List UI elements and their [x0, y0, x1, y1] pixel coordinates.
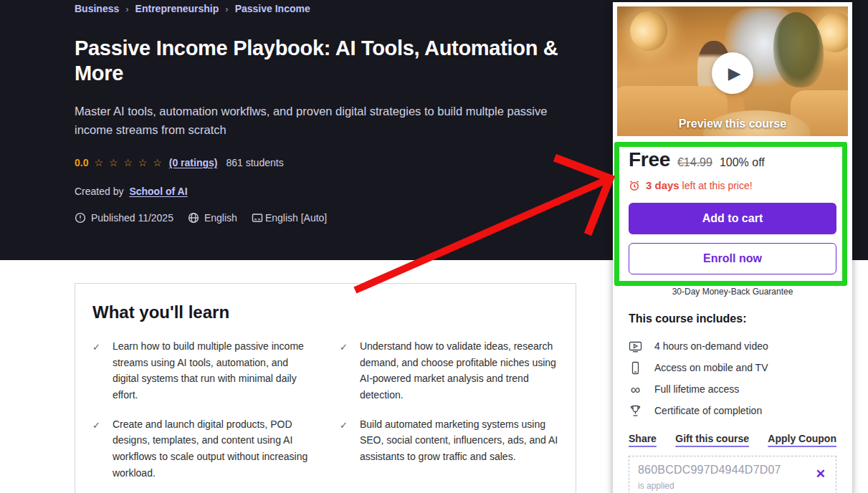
learn-item: ✓ Learn how to build multiple passive in… — [92, 338, 311, 403]
course-includes-section: This course includes: 4 hours on-demand … — [613, 312, 852, 421]
learn-item-text: Create and launch digital products, POD … — [113, 416, 311, 482]
original-price: €14.99 — [677, 156, 712, 169]
learn-item-text: Learn how to build multiple passive inco… — [113, 338, 311, 403]
learn-heading: What you'll learn — [92, 302, 558, 322]
include-item: 4 hours on-demand video — [629, 335, 836, 357]
mobile-icon — [629, 361, 642, 375]
infinity-icon: ∞ — [629, 383, 642, 396]
star-rating-icon: ☆ ☆ ☆ ☆ ☆ — [94, 157, 163, 168]
gift-course-link[interactable]: Gift this course — [675, 433, 749, 444]
course-meta-row: Published 11/2025 English English [Auto] — [75, 212, 327, 224]
include-item-label: 4 hours on-demand video — [654, 340, 768, 352]
checkmark-icon: ✓ — [92, 338, 100, 403]
play-icon: ▶ — [728, 65, 741, 82]
what-youll-learn-panel: What you'll learn ✓ Learn how to build m… — [75, 283, 576, 493]
learn-item-text: Build automated marketing systems using … — [360, 416, 558, 482]
include-item-label: Full lifetime access — [654, 383, 739, 395]
sidebar-links-row: Share Gift this course Apply Coupon — [613, 433, 852, 444]
play-button[interactable]: ▶ — [712, 52, 753, 94]
breadcrumb: Business › Entrepreneurship › Passive In… — [75, 3, 310, 14]
remove-coupon-button[interactable]: ✕ — [814, 464, 827, 484]
urgency-text: 3 days left at this price! — [646, 179, 753, 191]
applied-coupon-box: 860BCDC997D4944D7D07 is applied Instruct… — [629, 456, 836, 493]
closed-captions-icon — [252, 212, 263, 224]
checkmark-icon: ✓ — [340, 338, 348, 403]
share-link[interactable]: Share — [629, 433, 657, 444]
includes-heading: This course includes: — [629, 312, 836, 325]
plant-graphic — [773, 12, 824, 87]
include-item: Access on mobile and TV — [629, 357, 836, 378]
purchase-sidebar-card: ▶ Preview this course Free €14.99 100% o… — [613, 2, 852, 493]
include-item-label: Certificate of completion — [654, 405, 762, 416]
coupon-details: 860BCDC997D4944D7D07 is applied Instruct… — [638, 464, 814, 493]
published-date: Published 11/2025 — [91, 212, 173, 224]
breadcrumb-link-passive-income[interactable]: Passive Income — [235, 3, 310, 14]
info-circle-icon — [75, 212, 86, 224]
alarm-clock-icon — [629, 180, 640, 191]
language-label: English — [204, 212, 237, 224]
students-count: 861 students — [226, 157, 283, 168]
checkmark-icon: ✓ — [340, 416, 348, 482]
course-preview-video[interactable]: ▶ Preview this course — [617, 6, 848, 136]
urgency-row: 3 days left at this price! — [629, 179, 836, 191]
course-title: Passive Income Playbook: AI Tools, Autom… — [75, 36, 583, 87]
current-price: Free — [629, 148, 670, 171]
learn-grid: ✓ Learn how to build multiple passive in… — [92, 338, 558, 493]
preview-course-label: Preview this course — [617, 118, 848, 130]
enroll-now-button[interactable]: Enroll now — [629, 243, 836, 274]
learn-item: ✓ Create and launch digital products, PO… — [92, 416, 311, 482]
ratings-count-link[interactable]: (0 ratings) — [169, 157, 218, 168]
created-by-label: Created by — [75, 186, 123, 197]
decorative-light — [630, 11, 667, 51]
rating-value: 0.0 — [75, 157, 88, 168]
breadcrumb-link-business[interactable]: Business — [75, 3, 119, 14]
chevron-right-icon: › — [125, 4, 128, 14]
captions-meta: English [Auto] — [252, 212, 327, 224]
globe-icon — [188, 212, 199, 224]
chevron-right-icon: › — [225, 4, 228, 14]
created-by-row: Created by School of AI — [75, 186, 188, 197]
rating-row: 0.0 ☆ ☆ ☆ ☆ ☆ (0 ratings) 861 students — [75, 157, 284, 168]
captions-label: English [Auto] — [265, 212, 327, 224]
learn-item: ✓ Understand how to validate ideas, rese… — [340, 338, 558, 403]
coupon-status: is applied — [638, 481, 674, 491]
breadcrumb-link-entrepreneurship[interactable]: Entrepreneurship — [135, 3, 219, 14]
money-back-guarantee: 30-Day Money-Back Guarantee — [613, 287, 852, 297]
include-item: ∞ Full lifetime access — [629, 378, 836, 400]
price-section: Free €14.99 100% off 3 days left at this… — [613, 136, 852, 191]
discount-percent: 100% off — [720, 156, 765, 169]
learn-item: ✓ Build automated marketing systems usin… — [340, 416, 558, 482]
course-subtitle: Master AI tools, automation workflws, an… — [75, 102, 549, 140]
include-item: Certificate of completion — [629, 400, 836, 421]
learn-item-text: Understand how to validate ideas, resear… — [360, 338, 558, 403]
checkmark-icon: ✓ — [92, 416, 100, 482]
include-item-label: Access on mobile and TV — [654, 362, 768, 373]
language-meta: English — [188, 212, 237, 224]
ondemand-video-icon — [629, 340, 642, 353]
add-to-cart-button[interactable]: Add to cart — [629, 203, 836, 234]
published-meta: Published 11/2025 — [75, 212, 173, 224]
coupon-code: 860BCDC997D4944D7D07 — [638, 464, 781, 477]
trophy-icon — [629, 404, 642, 418]
apply-coupon-link[interactable]: Apply Coupon — [768, 433, 836, 444]
instructor-link[interactable]: School of AI — [129, 186, 187, 197]
